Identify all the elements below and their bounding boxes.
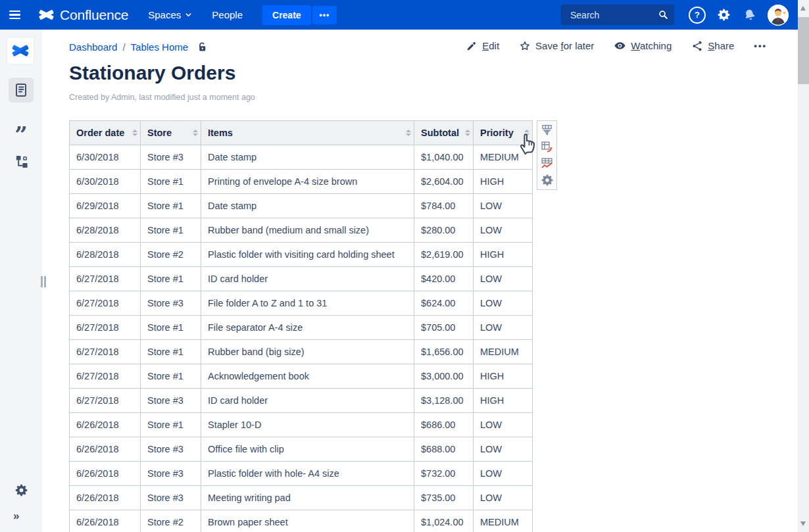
table-cell: 6/27/2018 <box>70 364 141 389</box>
page-actions: Edit Save for later Watching Share <box>466 39 767 52</box>
scrollbar-thumb[interactable] <box>798 17 809 84</box>
table-cell: MEDIUM <box>474 340 533 364</box>
search-box[interactable] <box>561 5 674 25</box>
unrestricted-button[interactable] <box>196 41 208 53</box>
table-cell: Date stamp <box>201 145 414 170</box>
table-cell: Store #3 <box>141 389 201 413</box>
sort-icon[interactable] <box>524 130 529 136</box>
table-cell: $735.00 <box>414 486 474 510</box>
scroll-down-arrow-icon[interactable] <box>800 521 806 526</box>
avatar-image <box>768 5 789 26</box>
table-row: 6/28/2018Store #1Rubber band (medium and… <box>70 218 533 243</box>
nav-spaces[interactable]: Spaces <box>148 9 192 20</box>
table-filter-toolbar <box>537 120 557 190</box>
table-cell: 6/30/2018 <box>70 170 141 194</box>
bell-icon <box>741 6 759 24</box>
app-switcher-menu-icon[interactable] <box>0 0 29 30</box>
table-filter-button[interactable] <box>539 122 555 139</box>
settings-button[interactable] <box>712 4 735 26</box>
table-cell: LOW <box>474 267 533 291</box>
create-more-button[interactable]: ••• <box>312 6 337 24</box>
sidebar-item-page-tree[interactable] <box>9 149 34 174</box>
expand-sidebar-button[interactable]: » <box>13 510 19 523</box>
confluence-home-link[interactable]: Confluence <box>38 7 128 23</box>
nav-people[interactable]: People <box>212 9 243 20</box>
sidebar-item-blog[interactable]: ” <box>9 116 34 141</box>
sidebar-resize-handle[interactable] <box>41 276 46 287</box>
table-cell: Store #1 <box>141 170 201 194</box>
page-byline: Created by Admin, last modified just a m… <box>69 93 255 102</box>
table-cell: 6/29/2018 <box>70 194 141 218</box>
table-row: 6/26/2018Store #2Brown paper sheet$1,024… <box>70 510 533 532</box>
table-cell: 6/27/2018 <box>70 267 141 291</box>
breadcrumb-dashboard-link[interactable]: Dashboard <box>69 41 117 53</box>
user-avatar[interactable] <box>768 5 789 26</box>
save-for-later-button[interactable]: Save for later <box>519 40 594 52</box>
column-header-label: Items <box>208 128 233 138</box>
help-button[interactable]: ? <box>686 4 708 26</box>
vertical-scrollbar[interactable] <box>798 0 809 532</box>
column-header-subtotal[interactable]: Subtotal <box>414 121 474 145</box>
space-logo[interactable] <box>7 37 34 64</box>
scroll-up-arrow-icon[interactable] <box>800 6 806 11</box>
star-icon <box>519 40 531 52</box>
sort-icon[interactable] <box>193 130 198 136</box>
table-chart-button[interactable] <box>539 155 555 172</box>
breadcrumb: Dashboard / Tables Home <box>69 41 208 53</box>
table-cell: Store #1 <box>141 364 201 389</box>
edit-button[interactable]: Edit <box>466 40 499 51</box>
table-cell: Meeting writing pad <box>201 486 414 510</box>
table-cell: Plastic folder with hole- A4 size <box>201 462 414 486</box>
share-icon <box>691 40 703 52</box>
chevron-down-icon <box>185 11 192 18</box>
space-settings-button[interactable] <box>11 479 32 500</box>
watching-button[interactable]: Watching <box>614 39 672 52</box>
table-cell: Store #1 <box>141 316 201 340</box>
sort-icon[interactable] <box>465 130 470 136</box>
confluence-wordmark: Confluence <box>60 7 128 23</box>
notifications-button[interactable] <box>739 4 761 26</box>
table-cell: $705.00 <box>414 316 474 340</box>
column-header-items[interactable]: Items <box>201 121 414 145</box>
table-row: 6/30/2018Store #3Date stamp$1,040.00MEDI… <box>70 145 533 170</box>
create-button[interactable]: Create <box>262 5 311 25</box>
table-gear-icon <box>541 174 554 187</box>
table-pivot-button[interactable] <box>539 139 555 155</box>
table-row: 6/27/2018Store #3File folder A to Z and … <box>70 291 533 316</box>
search-input[interactable] <box>569 9 658 21</box>
pencil-icon <box>466 40 478 51</box>
page-more-button[interactable]: ••• <box>754 41 767 51</box>
column-header-priority[interactable]: Priority <box>474 121 533 145</box>
table-cell: Store #3 <box>141 462 201 486</box>
orders-table: Order dateStoreItemsSubtotalPriority 6/3… <box>69 120 533 532</box>
table-settings-button[interactable] <box>539 172 555 188</box>
table-cell: Rubber band (big size) <box>201 340 414 364</box>
table-cell: Acknowledgement book <box>201 364 414 389</box>
table-cell: 6/26/2018 <box>70 486 141 510</box>
table-cell: Date stamp <box>201 194 414 218</box>
pivot-table-icon <box>540 140 554 154</box>
table-cell: Stapler 10-D <box>201 413 414 437</box>
double-chevron-right-icon: » <box>13 510 19 522</box>
sort-icon[interactable] <box>132 130 137 136</box>
sort-icon[interactable] <box>406 130 411 136</box>
table-cell: 6/30/2018 <box>70 145 141 170</box>
table-cell: LOW <box>474 316 533 340</box>
table-row: 6/27/2018Store #1ID card holder$420.00LO… <box>70 267 533 291</box>
column-header-store[interactable]: Store <box>141 121 201 145</box>
top-navbar: Confluence Spaces People Create ••• ? <box>0 0 798 30</box>
table-cell: 6/26/2018 <box>70 462 141 486</box>
table-cell: 6/28/2018 <box>70 218 141 243</box>
unlocked-padlock-icon <box>196 41 208 53</box>
table-row: 6/29/2018Store #1Date stamp$784.00LOW <box>70 194 533 218</box>
table-cell: File folder A to Z and 1 to 31 <box>201 291 414 316</box>
sidebar-item-pages[interactable] <box>9 78 34 103</box>
table-cell: Store #3 <box>141 145 201 170</box>
table-chart-icon <box>540 157 554 170</box>
search-icon[interactable] <box>658 9 669 20</box>
confluence-app: Confluence Spaces People Create ••• ? <box>0 0 809 532</box>
breadcrumb-tables-home-link[interactable]: Tables Home <box>131 41 189 53</box>
column-header-order-date[interactable]: Order date <box>70 121 141 145</box>
table-row: 6/27/2018Store #3ID card holder$3,128.00… <box>70 389 533 413</box>
share-button[interactable]: Share <box>691 40 734 52</box>
